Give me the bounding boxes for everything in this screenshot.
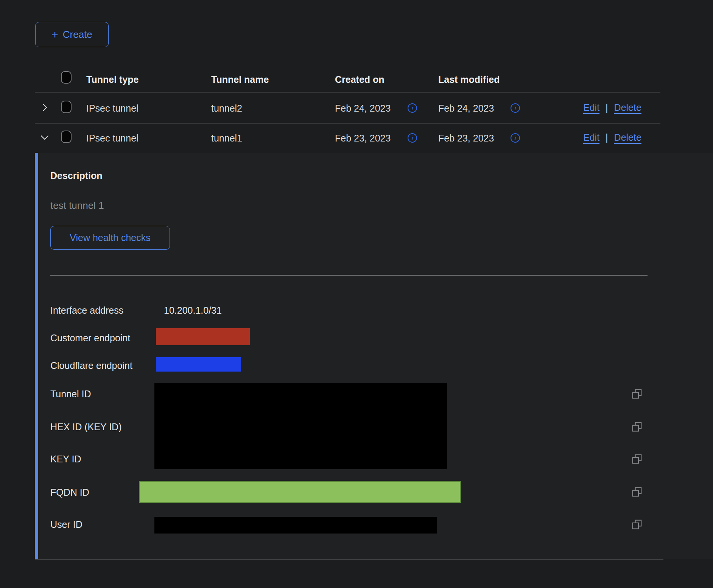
last-modified-info-icon[interactable]: i — [511, 103, 520, 113]
tunnel-type-cell: IPsec tunnel — [86, 133, 139, 144]
panel-divider — [50, 275, 648, 275]
customer-endpoint-label: Customer endpoint — [50, 333, 130, 344]
collapse-row-chevron-down-icon[interactable] — [39, 132, 50, 143]
column-header-created-on: Created on — [335, 74, 385, 85]
cloudflare-endpoint-label: Cloudflare endpoint — [50, 360, 132, 371]
created-on-cell: Feb 24, 2023 — [335, 103, 391, 114]
edit-link[interactable]: Edit — [583, 102, 599, 113]
column-header-tunnel-name: Tunnel name — [211, 74, 269, 85]
row-checkbox[interactable] — [61, 131, 72, 143]
cloudflare-endpoint-redacted-value — [156, 357, 241, 372]
copy-user-id-icon[interactable] — [631, 519, 643, 530]
row-divider — [35, 123, 660, 124]
description-label: Description — [50, 170, 103, 181]
actions-separator: | — [606, 132, 608, 143]
created-on-cell: Feb 23, 2023 — [335, 133, 391, 144]
row-checkbox[interactable] — [61, 101, 72, 113]
create-button[interactable]: + Create — [35, 22, 109, 47]
tunnel-type-cell: IPsec tunnel — [86, 103, 139, 114]
delete-link[interactable]: Delete — [614, 102, 641, 113]
last-modified-cell: Feb 24, 2023 — [438, 103, 494, 114]
ipsec-tunnels-page: + Create Tunnel type Tunnel name Created… — [0, 0, 713, 588]
id-values-redacted-block — [154, 383, 447, 469]
last-modified-info-icon[interactable]: i — [511, 133, 520, 143]
tunnel-id-label: Tunnel ID — [50, 389, 91, 400]
copy-key-id-icon[interactable] — [631, 453, 643, 465]
column-header-tunnel-type: Tunnel type — [86, 74, 139, 85]
tunnel-name-cell: tunnel2 — [211, 103, 242, 114]
delete-link[interactable]: Delete — [614, 132, 641, 143]
tunnel-name-cell: tunnel1 — [211, 133, 242, 144]
interface-address-value: 10.200.1.0/31 — [164, 305, 222, 316]
expand-row-chevron-right-icon[interactable] — [39, 102, 50, 113]
copy-fqdn-id-icon[interactable] — [631, 486, 643, 498]
select-all-checkbox[interactable] — [61, 71, 72, 84]
fqdn-id-label: FQDN ID — [50, 487, 89, 498]
edit-link[interactable]: Edit — [583, 132, 599, 143]
expanded-row-accent-bar — [35, 153, 38, 559]
actions-separator: | — [606, 102, 608, 113]
created-on-info-icon[interactable]: i — [408, 103, 417, 113]
last-modified-cell: Feb 23, 2023 — [438, 133, 494, 144]
hex-id-label: HEX ID (KEY ID) — [50, 422, 121, 432]
copy-hex-id-icon[interactable] — [631, 421, 643, 432]
copy-tunnel-id-icon[interactable] — [631, 388, 643, 400]
key-id-label: KEY ID — [50, 454, 81, 465]
user-id-label: User ID — [50, 519, 83, 530]
view-health-checks-button[interactable]: View health checks — [50, 226, 170, 250]
column-header-last-modified: Last modified — [438, 74, 500, 85]
view-health-checks-label: View health checks — [70, 232, 151, 243]
expanded-row-bottom-divider — [35, 559, 663, 560]
interface-address-label: Interface address — [50, 305, 123, 316]
fqdn-id-redacted-value — [139, 481, 461, 503]
customer-endpoint-redacted-value — [156, 328, 250, 345]
created-on-info-icon[interactable]: i — [408, 133, 417, 143]
row-actions: Edit | Delete — [583, 132, 641, 143]
plus-icon: + — [51, 29, 58, 40]
description-value: test tunnel 1 — [50, 200, 104, 212]
row-actions: Edit | Delete — [583, 102, 641, 113]
create-button-label: Create — [63, 29, 92, 40]
header-divider — [35, 92, 660, 93]
user-id-redacted-value — [154, 517, 437, 534]
